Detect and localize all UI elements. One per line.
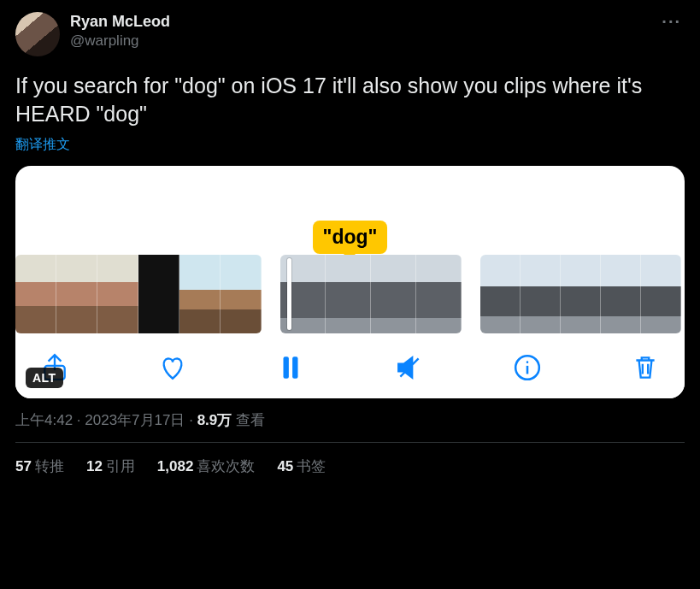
svg-point-4: [526, 361, 528, 363]
retweets-count: 57: [15, 458, 32, 474]
clip-frame: [15, 255, 56, 333]
search-term-tooltip: "dog": [313, 221, 388, 254]
likes-count: 1,082: [157, 458, 194, 474]
tweet-date[interactable]: 2023年7月17日: [85, 412, 185, 428]
handle: @warpling: [70, 32, 170, 50]
retweets-label: 转推: [35, 458, 64, 474]
alt-badge[interactable]: ALT: [26, 368, 63, 388]
retweets-stat[interactable]: 57转推: [15, 456, 64, 476]
likes-label: 喜欢次数: [197, 458, 255, 474]
mute-icon[interactable]: [394, 352, 425, 383]
ios-toolbar: [15, 339, 685, 398]
tweet-container: Ryan McLeod @warpling ··· If you search …: [0, 0, 700, 589]
trash-icon[interactable]: [630, 352, 661, 383]
tweet-time[interactable]: 上午4:42: [15, 412, 73, 428]
display-name: Ryan McLeod: [70, 12, 170, 32]
clip-frame: [326, 255, 371, 333]
clip-frame: [561, 255, 601, 333]
video-timeline-strip[interactable]: [15, 255, 685, 339]
clip-frame: [416, 255, 462, 333]
clip-frame: [179, 255, 221, 333]
tweet-text: If you search for "dog" on iOS 17 it'll …: [15, 72, 685, 127]
quotes-count: 12: [86, 458, 103, 474]
media-topspace: "dog": [15, 166, 685, 255]
clip-frame: [521, 255, 561, 333]
clip-frame: [221, 255, 262, 333]
heart-icon[interactable]: [157, 352, 188, 383]
pause-icon[interactable]: [275, 352, 306, 383]
meta-dot: ·: [73, 412, 85, 428]
svg-rect-2: [293, 356, 298, 379]
quotes-stat[interactable]: 12引用: [86, 456, 135, 476]
clip-frame: [138, 255, 179, 333]
clip-frame: [371, 255, 416, 333]
quotes-label: 引用: [106, 458, 135, 474]
avatar[interactable]: [15, 12, 60, 56]
clip-frame: [641, 255, 681, 333]
media-attachment[interactable]: "dog": [15, 166, 685, 398]
bookmarks-label: 书签: [297, 458, 326, 474]
author-names[interactable]: Ryan McLeod @warpling: [70, 12, 170, 50]
bookmarks-count: 45: [277, 458, 293, 474]
clip-frame: [601, 255, 641, 333]
tweet-meta: 上午4:42 · 2023年7月17日 · 8.9万 查看: [15, 410, 685, 442]
views-label: 查看: [232, 412, 265, 428]
playhead[interactable]: [287, 258, 291, 330]
clip-frame: [56, 255, 97, 333]
clip-frame: [97, 255, 138, 333]
meta-dot: ·: [185, 412, 197, 428]
tweet-header: Ryan McLeod @warpling ···: [15, 12, 685, 56]
timeline-clip[interactable]: [15, 255, 262, 333]
clip-frame: [480, 255, 521, 333]
translate-link[interactable]: 翻译推文: [15, 136, 70, 154]
timeline-clip[interactable]: [480, 255, 681, 333]
tweet-stats: 57转推 12引用 1,082喜欢次数 45书签: [15, 443, 685, 490]
timeline-clip[interactable]: [280, 255, 462, 333]
likes-stat[interactable]: 1,082喜欢次数: [157, 456, 256, 476]
views-count: 8.9万: [197, 412, 232, 428]
bookmarks-stat[interactable]: 45书签: [277, 456, 326, 476]
info-icon[interactable]: [512, 352, 543, 383]
more-button[interactable]: ···: [658, 12, 685, 32]
svg-rect-1: [284, 356, 289, 379]
